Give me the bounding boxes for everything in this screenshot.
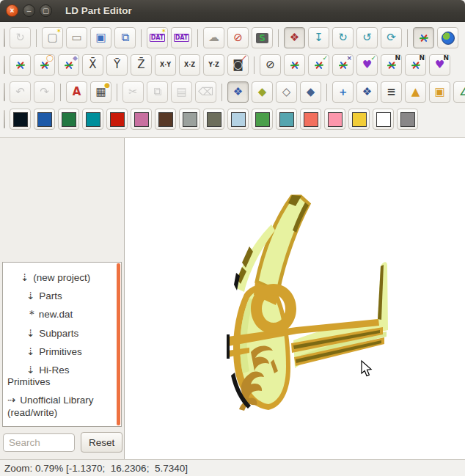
- move-mode-icon[interactable]: ↧: [308, 27, 329, 48]
- surface-mode-icon-glyph: ◆: [307, 87, 315, 98]
- transform-mode-icon[interactable]: ⟳: [381, 27, 402, 48]
- select-transform-icon[interactable]: ❖: [284, 27, 305, 48]
- turn-mode-icon[interactable]: ↺: [356, 27, 378, 48]
- color-swatch-white[interactable]: [373, 109, 394, 130]
- surface-mode-icon[interactable]: ◆: [300, 81, 321, 103]
- reset-button[interactable]: Reset: [81, 432, 122, 453]
- adjacent-move-off-icon[interactable]: ×: [332, 54, 354, 76]
- camera-icon[interactable]: ◙／: [227, 54, 249, 76]
- color-swatch-red-glyph: [110, 112, 125, 127]
- translate-z-icon[interactable]: Z̄: [131, 54, 152, 76]
- search-input[interactable]: [3, 433, 75, 452]
- tree-item-primitives[interactable]: ⇣Primitives: [3, 343, 114, 361]
- tree-item-subparts[interactable]: ⇣Subparts: [3, 324, 114, 343]
- color-swatch-red[interactable]: [106, 109, 128, 130]
- project-panel: ⇣(new project)⇣Parts*new.dat⇣Subparts⇣Pr…: [0, 138, 125, 459]
- tree-item-new-dat[interactable]: *new.dat: [3, 305, 114, 323]
- hot-reload-icon[interactable]: ↻: [10, 27, 31, 48]
- no-ghost-file-icon[interactable]: ⊘: [227, 27, 249, 48]
- add-quad-icon[interactable]: ▣: [429, 81, 450, 103]
- redo-icon[interactable]: ↷: [34, 81, 55, 103]
- manipulator-plane-icon[interactable]: ◆: [58, 54, 79, 76]
- adjacent-new-on-icon[interactable]: N: [381, 54, 402, 76]
- adjacent-new-on-icon-overlay: N: [395, 55, 400, 62]
- close-button[interactable]: ×: [6, 4, 18, 17]
- color-swatch-dark-pink-glyph: [134, 112, 149, 127]
- sync-edit-icon[interactable]: S: [252, 27, 273, 48]
- adjacent-move-on-icon[interactable]: ✓: [308, 54, 329, 76]
- tree-scrollbar[interactable]: [117, 263, 120, 425]
- add-triangle-icon[interactable]: ▲: [405, 81, 426, 103]
- move-adjacent-data-icon[interactable]: [284, 54, 305, 76]
- translate-x-icon[interactable]: X̄: [82, 54, 103, 76]
- toolbar-row-transform: ◯◆X̄ȲZ̄X·YX·ZY·Z◙／⊘✓×♥✓NN♥N: [0, 54, 465, 76]
- merge-vertices-new-icon[interactable]: ♥N: [429, 54, 450, 76]
- color-swatch-salmon[interactable]: [300, 109, 321, 130]
- translate-xz-icon-glyph: X·Z: [184, 62, 195, 68]
- color-swatch-bright-green[interactable]: [252, 109, 273, 130]
- translate-yz-icon[interactable]: Y·Z: [203, 54, 224, 76]
- vertex-mode-icon[interactable]: ❖: [227, 81, 249, 103]
- new-project-icon[interactable]: ▢✶: [42, 27, 63, 48]
- save-icon[interactable]: ▣: [90, 27, 111, 48]
- translate-xz-icon[interactable]: X·Z: [179, 54, 200, 76]
- tree-item-hires-primitives[interactable]: ⇣Hi-Res Primitives: [3, 361, 114, 391]
- color-swatch-gray[interactable]: [397, 109, 418, 130]
- color-swatch-brown[interactable]: [155, 109, 176, 130]
- translate-y-icon[interactable]: Ȳ: [106, 54, 128, 76]
- merge-vertices-on-icon[interactable]: ♥✓: [356, 54, 378, 76]
- add-condline-icon[interactable]: ∠: [453, 81, 465, 103]
- vertex-mode-icon-glyph: ❖: [233, 87, 243, 98]
- add-subfile-icon[interactable]: ❖: [356, 81, 378, 103]
- 3d-model-part: [125, 138, 464, 459]
- tree-item-new-project[interactable]: ⇣(new project): [3, 268, 114, 287]
- 3d-viewport[interactable]: [125, 138, 465, 459]
- color-swatch-dark-gray[interactable]: [203, 109, 224, 130]
- ghost-file-icon-glyph: ☁: [208, 32, 219, 43]
- copy-icon[interactable]: ⧉: [147, 81, 168, 103]
- new-dat-file-icon[interactable]: DAT✶: [147, 27, 168, 48]
- translate-xy-icon[interactable]: X·Y: [155, 54, 176, 76]
- add-line-icon[interactable]: ≡: [381, 81, 402, 103]
- color-swatch-light-blue[interactable]: [227, 109, 249, 130]
- angle-tool-icon[interactable]: A: [66, 81, 87, 103]
- perspective-globe-icon[interactable]: [437, 27, 458, 48]
- face-mode-icon[interactable]: ◆: [252, 81, 273, 103]
- color-swatch-dark-pink[interactable]: [131, 109, 152, 130]
- toybox-icon[interactable]: ▦●: [90, 81, 111, 103]
- color-swatch-pink[interactable]: [324, 109, 345, 130]
- rotate-mode-icon[interactable]: ↻: [332, 27, 354, 48]
- color-swatch-green[interactable]: [58, 109, 79, 130]
- adjacent-new-off-icon[interactable]: N: [405, 54, 426, 76]
- color-swatch-light-gray[interactable]: [179, 109, 200, 130]
- color-swatch-light-turquoise[interactable]: [276, 109, 297, 130]
- paste-icon[interactable]: ▤: [171, 81, 192, 103]
- open-dat-file-icon[interactable]: DAT: [171, 27, 192, 48]
- tree-item-official-library[interactable]: ⇢Official Library (read only): [3, 422, 114, 427]
- no-restriction-icon[interactable]: ⊘: [260, 54, 281, 76]
- origin-axes-icon[interactable]: [10, 54, 31, 76]
- transform-mode-icon-glyph: ⟳: [387, 32, 396, 43]
- save-as-icon[interactable]: ⧉: [114, 27, 136, 48]
- maximize-button[interactable]: ▢: [40, 4, 52, 17]
- ghost-file-icon[interactable]: ☁: [203, 27, 224, 48]
- show-axes-icon[interactable]: [413, 27, 434, 48]
- cut-icon[interactable]: ✂: [122, 81, 144, 103]
- color-swatch-dark-turquoise[interactable]: [82, 109, 103, 130]
- line-mode-icon[interactable]: ◇: [276, 81, 297, 103]
- new-project-icon-overlay: ✶: [56, 28, 62, 34]
- color-swatch-black[interactable]: [10, 109, 31, 130]
- color-swatch-gray-glyph: [400, 112, 415, 127]
- translate-y-icon-glyph: Ȳ: [114, 59, 120, 70]
- toolbar-separator: [221, 84, 222, 101]
- color-swatch-yellow[interactable]: [348, 109, 370, 130]
- tree-item-unofficial-library[interactable]: ⇢Unofficial Library (read/write): [3, 391, 114, 421]
- color-swatch-blue[interactable]: [34, 109, 55, 130]
- add-vertex-icon[interactable]: ＋: [332, 81, 354, 103]
- delete-icon[interactable]: ⌫: [195, 81, 216, 103]
- open-file-icon[interactable]: ▭: [66, 27, 87, 48]
- tree-item-parts[interactable]: ⇣Parts: [3, 287, 114, 305]
- undo-icon[interactable]: ↶: [10, 81, 31, 103]
- minimize-button[interactable]: –: [23, 4, 35, 17]
- local-rotation-icon[interactable]: ◯: [34, 54, 55, 76]
